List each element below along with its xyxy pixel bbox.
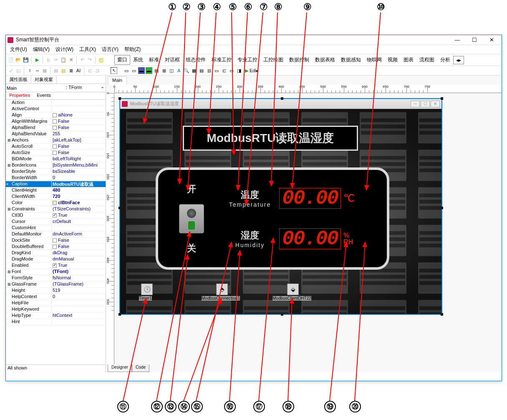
minimize-button[interactable]: —: [449, 35, 466, 45]
object-dropdown[interactable]: ⌄: [99, 84, 106, 92]
menu-edit[interactable]: 编辑(V): [30, 45, 52, 54]
component-icon[interactable]: ▶: [243, 67, 250, 74]
property-row[interactable]: DefaultMonitordmActiveForm: [6, 231, 106, 238]
property-row[interactable]: ClientHeight480: [6, 187, 106, 194]
open-icon[interactable]: 📂: [15, 57, 22, 63]
palette-tab[interactable]: 工控绘图: [260, 55, 286, 65]
component-icon[interactable]: ◫: [168, 67, 175, 74]
property-row[interactable]: ColorclBtnFace: [6, 200, 106, 206]
component-icon[interactable]: ⊞: [161, 67, 167, 74]
form-min-icon[interactable]: ─: [411, 101, 420, 107]
palette-tab[interactable]: 视频: [385, 55, 401, 65]
component-icon[interactable]: ◨: [236, 67, 242, 74]
component-icon[interactable]: ▭: [123, 67, 130, 74]
property-row[interactable]: HelpKeyword: [6, 306, 106, 313]
align-icon[interactable]: ≣: [68, 67, 74, 74]
layers-icon[interactable]: ▧: [60, 67, 67, 74]
maximize-button[interactable]: ☐: [466, 35, 483, 45]
pointer-icon[interactable]: ↖: [111, 67, 117, 74]
component-icon[interactable]: ⊏: [221, 67, 227, 74]
property-row[interactable]: ActiveControl: [6, 106, 106, 112]
text-icon[interactable]: AI: [75, 67, 82, 74]
object-name-input[interactable]: [6, 84, 65, 92]
save-icon[interactable]: 💾: [23, 57, 29, 63]
property-row[interactable]: Hint: [6, 319, 106, 325]
headline-panel[interactable]: ModbusRTU读取温湿度: [183, 126, 358, 151]
redo-icon[interactable]: ↷: [86, 57, 93, 63]
close-button[interactable]: ✕: [483, 35, 500, 45]
property-row[interactable]: AlignalNone: [6, 112, 106, 119]
tab-designer[interactable]: Designer: [108, 364, 132, 372]
property-row[interactable]: » CaptionModbusRTU读取温: [6, 181, 106, 187]
palette-tab[interactable]: 窗口: [114, 55, 130, 65]
property-row[interactable]: DragModedmManual: [6, 256, 106, 263]
property-row[interactable]: EnabledTrue: [6, 263, 106, 269]
component-icon[interactable]: ▤: [198, 67, 205, 74]
align-icon[interactable]: ⤢: [8, 67, 14, 74]
component-icon[interactable]: ⊟: [206, 67, 212, 74]
property-row[interactable]: HelpFile: [6, 300, 106, 306]
paste-icon[interactable]: 📋: [60, 57, 67, 63]
component-icon[interactable]: ▬: [138, 67, 145, 74]
align-icon[interactable]: ▦: [41, 67, 48, 74]
palette-tab[interactable]: 数据控制: [286, 55, 312, 65]
property-row[interactable]: AutoScrollFalse: [6, 144, 106, 150]
property-row[interactable]: AlphaBlendValue255: [6, 131, 106, 137]
property-row[interactable]: Constraints(TSizeConstraints): [6, 206, 106, 213]
property-row[interactable]: Ctl3DTrue: [6, 213, 106, 219]
align-icon[interactable]: ⬌: [34, 67, 40, 74]
form-body[interactable]: ModbusRTU读取温湿度 开 关: [120, 109, 441, 314]
property-row[interactable]: GlassFrame(TGlassFrame): [6, 281, 106, 288]
property-row[interactable]: HelpTypehtContext: [6, 313, 106, 319]
palette-tab[interactable]: 专业工控: [235, 55, 260, 65]
property-row[interactable]: CustomHint: [6, 225, 106, 231]
property-row[interactable]: DockSiteFalse: [6, 238, 106, 244]
timer-component[interactable]: 🕒: [141, 283, 153, 295]
property-row[interactable]: AutoSizeFalse: [6, 150, 106, 156]
palette-tab[interactable]: 流程图: [416, 55, 437, 65]
doc-tab-main[interactable]: Main: [108, 76, 127, 85]
menu-tools[interactable]: 工具(X): [77, 45, 98, 54]
property-row[interactable]: Anchors[akLeft,akTop]: [6, 137, 106, 144]
property-row[interactable]: CursorcrDefault: [6, 219, 106, 225]
menu-language[interactable]: 语言(Y): [99, 45, 121, 54]
property-row[interactable]: ClientWidth720: [6, 194, 106, 200]
tab-properties[interactable]: Properties: [6, 92, 33, 99]
palette-tab[interactable]: 标准工控: [209, 55, 235, 65]
menu-design[interactable]: 设计(W): [53, 45, 76, 54]
component-icon[interactable]: ▬: [146, 67, 152, 74]
modbus-client-component[interactable]: ⬙: [287, 283, 299, 295]
palette-tab[interactable]: 图表: [401, 55, 416, 65]
property-row[interactable]: DragKinddkDrag: [6, 250, 106, 256]
copy-icon[interactable]: ⎘: [45, 57, 52, 63]
property-grid[interactable]: ActionActiveControlAlignalNoneAlignWithM…: [6, 100, 106, 364]
cut-icon[interactable]: ✂: [53, 57, 59, 63]
tab-object-tree[interactable]: 对象视窗: [31, 76, 57, 83]
new-icon[interactable]: 📄: [8, 57, 14, 63]
component-icon[interactable]: 🔍: [183, 67, 190, 74]
toggle-switch[interactable]: [179, 204, 204, 233]
property-row[interactable]: BiDiModebdLeftToRight: [6, 156, 106, 162]
property-row[interactable]: HelpContext0: [6, 294, 106, 300]
key-icon[interactable]: ⚿: [98, 57, 104, 63]
property-row[interactable]: BorderStylebsSizeable: [6, 169, 106, 175]
component-icon[interactable]: ▭: [213, 67, 220, 74]
align-icon[interactable]: ▤: [53, 67, 59, 74]
palette-tab[interactable]: 数据感知: [338, 55, 364, 65]
property-row[interactable]: DoubleBufferedFalse: [6, 244, 106, 250]
display-panel[interactable]: 开 关 温度 Temperature: [156, 167, 389, 270]
property-row[interactable]: BorderWidth0: [6, 175, 106, 181]
tab-properties-panel[interactable]: 属性面板: [6, 76, 31, 83]
menu-file[interactable]: 文件(U): [8, 45, 30, 54]
palette-scroll[interactable]: ◂▸: [453, 56, 464, 64]
palette-tab[interactable]: 系统: [130, 55, 146, 65]
property-row[interactable]: BorderIcons[biSystemMenu,biMini: [6, 162, 106, 169]
component-icon[interactable]: ▤: [153, 67, 160, 74]
modbus-connection-component[interactable]: ⬘: [216, 283, 228, 295]
form-max-icon[interactable]: ☐: [421, 101, 430, 107]
run-icon[interactable]: ▶: [34, 57, 40, 63]
undo-icon[interactable]: ↶: [79, 57, 86, 63]
component-icon[interactable]: ▭: [131, 67, 137, 74]
property-row[interactable]: AlignWithMarginsFalse: [6, 119, 106, 125]
form-designer[interactable]: ModbusRTU读取温湿度 ─ ☐ ✕ ModbusRTU读取温湿度: [119, 98, 442, 315]
